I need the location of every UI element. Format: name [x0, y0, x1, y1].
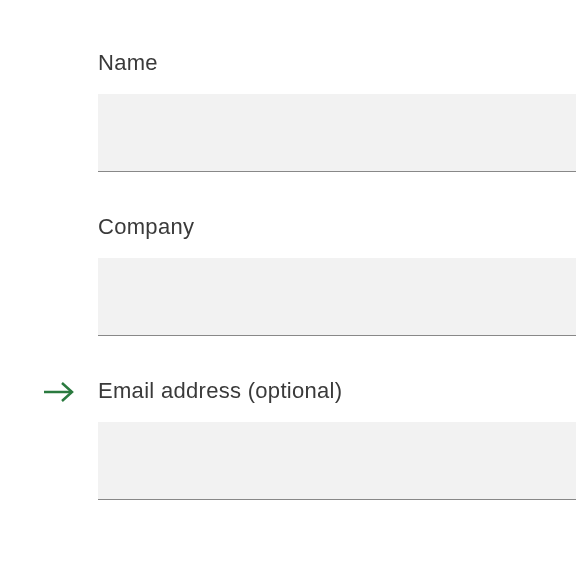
name-input[interactable]: [98, 94, 576, 172]
form-group-name: Name: [98, 50, 576, 172]
email-label: Email address (optional): [98, 378, 576, 404]
company-input[interactable]: [98, 258, 576, 336]
form-group-email: Email address (optional): [98, 378, 576, 500]
company-label: Company: [98, 214, 576, 240]
form-group-company: Company: [98, 214, 576, 336]
email-input[interactable]: [98, 422, 576, 500]
form-container: Name Company Email address (optional): [0, 0, 576, 500]
arrow-right-icon: [42, 380, 76, 404]
name-label: Name: [98, 50, 576, 76]
